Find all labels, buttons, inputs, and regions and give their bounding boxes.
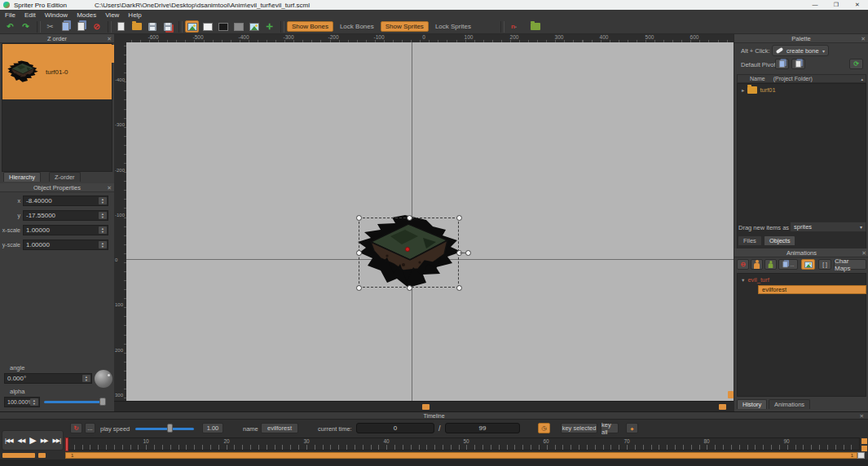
new-animation-icon[interactable]: [751, 259, 763, 270]
y-scale-field[interactable]: 1.00000 ▴▾: [23, 240, 108, 250]
x-position-field[interactable]: -8.40000 ▴▾: [23, 196, 108, 206]
y-position-field[interactable]: -17.55000 ▴▾: [23, 210, 108, 221]
menu-file[interactable]: File: [5, 11, 15, 19]
close-icon[interactable]: ✕: [107, 34, 112, 43]
show-bones-button[interactable]: Show Bones: [287, 21, 333, 32]
delete-animation-icon[interactable]: ⊖: [737, 259, 749, 270]
delete-icon[interactable]: ⊘: [90, 20, 104, 33]
alpha-slider-handle[interactable]: [99, 398, 106, 406]
tab-objects[interactable]: Objects: [764, 235, 795, 245]
total-time-field[interactable]: 99: [445, 423, 520, 433]
selection-box[interactable]: [359, 218, 459, 288]
bone-influence-icon[interactable]: n▫: [507, 20, 521, 33]
scrollbar-thumb[interactable]: [422, 404, 430, 410]
save-as-icon[interactable]: [161, 20, 174, 33]
alpha-slider-track[interactable]: [44, 401, 101, 403]
timeline-vertical-scroll-up[interactable]: [861, 438, 867, 444]
resize-animation-icon[interactable]: [ ]: [818, 259, 831, 270]
import-folder-icon[interactable]: [529, 20, 543, 33]
undo-icon[interactable]: ↶: [3, 20, 17, 33]
keyframe-marker[interactable]: 1: [71, 453, 73, 458]
click-mode-dropdown[interactable]: create bone ▾: [772, 45, 829, 56]
rotation-handle[interactable]: [465, 250, 471, 256]
expand-icon[interactable]: ►: [741, 88, 745, 93]
alpha-field[interactable]: 100.000% ▴▾: [4, 397, 40, 407]
tab-files[interactable]: Files: [738, 235, 762, 245]
show-sprites-button[interactable]: Show Sprites: [381, 21, 429, 32]
animation-name-button[interactable]: evilforest: [261, 423, 298, 433]
palette-tree-header[interactable]: Name (Project Folder) ▴: [737, 74, 866, 83]
timeline-ruler[interactable]: 10 20 30 40 50 60 70 80 90: [65, 437, 860, 451]
keyframe-marker[interactable]: 1: [851, 453, 853, 458]
playhead[interactable]: [65, 437, 68, 451]
key-options-icon[interactable]: ◆: [626, 423, 638, 433]
play-speed-slider-handle[interactable]: [167, 424, 173, 433]
selection-handle[interactable]: [407, 215, 412, 221]
pivot-copy-button[interactable]: [775, 59, 789, 69]
sprite-keyframe-track[interactable]: 1 1: [65, 452, 857, 459]
save-icon[interactable]: [145, 20, 159, 33]
duplicate-animation-button[interactable]: ...: [778, 259, 798, 270]
close-icon[interactable]: ✕: [861, 34, 866, 43]
collapse-icon[interactable]: ▼: [741, 278, 745, 283]
skip-to-end-button[interactable]: ▶▶|: [52, 437, 60, 444]
view-image-background-icon[interactable]: [185, 20, 199, 33]
fit-view-icon[interactable]: ✛: [262, 20, 276, 33]
animation-row-evilforest[interactable]: evilforest: [758, 285, 866, 294]
timeline-left-scrollbar-thumb[interactable]: [2, 453, 35, 458]
canvas-vertical-scroll-thumb[interactable]: [728, 391, 734, 398]
canvas-horizontal-scrollbar[interactable]: [114, 401, 734, 411]
zorder-item-turf01[interactable]: turf01-0: [2, 44, 112, 99]
menu-edit[interactable]: Edit: [24, 11, 36, 19]
skip-to-start-button[interactable]: |◀◀: [5, 437, 13, 444]
menu-view[interactable]: View: [105, 11, 119, 19]
selection-handle[interactable]: [407, 285, 412, 291]
scrollbar-corner[interactable]: [719, 404, 726, 410]
restore-button[interactable]: ❐: [826, 0, 847, 10]
play-button[interactable]: ▶: [29, 435, 35, 446]
view-gray-background-icon[interactable]: [231, 20, 245, 33]
open-folder-icon[interactable]: [130, 20, 143, 33]
angle-field[interactable]: 0.000° ▴▾: [4, 373, 92, 384]
timeline-left-scrollbar-button[interactable]: [38, 453, 46, 458]
redo-icon[interactable]: ↷: [19, 20, 33, 33]
spinner-control[interactable]: ▴▾: [82, 375, 90, 382]
close-icon[interactable]: ✕: [860, 412, 864, 420]
rewind-button[interactable]: ◀◀: [18, 437, 25, 444]
cut-icon[interactable]: ✂: [43, 20, 57, 33]
pivot-point[interactable]: [405, 247, 410, 252]
selection-handle[interactable]: [356, 250, 362, 256]
lock-sprites-button[interactable]: Lock Sprites: [431, 21, 475, 32]
tab-zorder[interactable]: Z-order: [49, 172, 81, 182]
preview-animation-button[interactable]: [801, 259, 815, 270]
copy-icon[interactable]: [59, 20, 73, 33]
canvas-viewport[interactable]: [126, 42, 734, 401]
spinner-control[interactable]: ▴▾: [99, 226, 107, 234]
view-white-background-icon[interactable]: [200, 20, 214, 33]
view-texture-background-icon[interactable]: [247, 20, 261, 33]
drag-items-dropdown[interactable]: sprites ▾: [790, 222, 866, 232]
folder-row-turf01[interactable]: ► turf01: [741, 86, 776, 94]
spinner-control[interactable]: ▴▾: [30, 398, 38, 406]
new-character-icon[interactable]: [764, 259, 777, 270]
paste-icon[interactable]: [74, 20, 88, 33]
play-speed-value[interactable]: 1.00: [202, 423, 223, 433]
play-speed-slider-track[interactable]: [135, 428, 194, 430]
close-icon[interactable]: ✕: [861, 248, 866, 257]
tab-history[interactable]: History: [737, 399, 767, 409]
angle-dial[interactable]: [95, 370, 112, 388]
lock-bones-button[interactable]: Lock Bones: [336, 21, 378, 32]
tab-hierarchy[interactable]: Hierarchy: [3, 172, 41, 182]
spinner-control[interactable]: ▴▾: [99, 212, 107, 219]
refresh-icon[interactable]: ⟳: [849, 59, 863, 69]
new-file-icon[interactable]: [114, 20, 128, 33]
animation-group-row[interactable]: ▼ evil_turf: [741, 276, 769, 284]
view-black-background-icon[interactable]: [216, 20, 230, 33]
menu-help[interactable]: Help: [128, 11, 141, 19]
selection-handle[interactable]: [356, 285, 362, 291]
spinner-control[interactable]: ▴▾: [99, 197, 107, 204]
menu-window[interactable]: Window: [45, 11, 68, 19]
timeline-vertical-scroll-down[interactable]: [861, 446, 867, 451]
fast-forward-button[interactable]: ▶▶: [41, 437, 48, 444]
x-scale-field[interactable]: 1.00000 ▴▾: [23, 225, 108, 235]
